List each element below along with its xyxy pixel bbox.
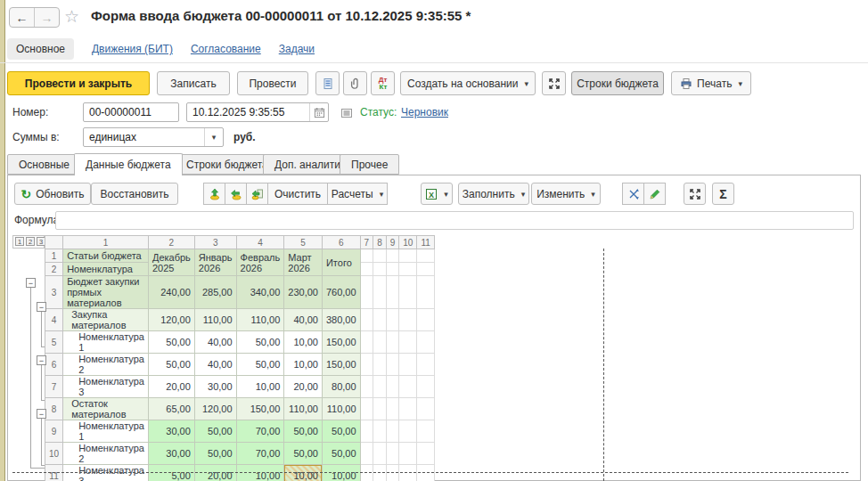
change-button[interactable]: Изменить▾ xyxy=(531,183,601,205)
empty-cell[interactable] xyxy=(373,420,387,443)
grid-cell[interactable]: 10,00 xyxy=(284,354,323,376)
empty-cell[interactable] xyxy=(399,331,417,354)
tab-budget-data[interactable]: Данные бюджета xyxy=(74,153,183,175)
empty-cell[interactable] xyxy=(386,309,399,331)
empty-cell[interactable] xyxy=(373,309,387,331)
empty-cell[interactable] xyxy=(417,331,434,354)
empty-cell[interactable] xyxy=(373,398,387,420)
grid-cell[interactable]: 80,00 xyxy=(322,376,360,398)
corner-cell[interactable] xyxy=(45,236,63,249)
empty-cell[interactable] xyxy=(373,376,387,398)
month-header-cell[interactable]: Февраль 2026 xyxy=(236,249,284,276)
grid-cell[interactable]: 40,00 xyxy=(194,354,236,376)
empty-cell[interactable] xyxy=(386,398,399,420)
empty-cell[interactable] xyxy=(417,249,434,263)
empty-cell[interactable] xyxy=(360,443,373,465)
grid-cell[interactable]: 50,00 xyxy=(194,420,236,443)
empty-cell[interactable] xyxy=(399,249,417,263)
empty-cell[interactable] xyxy=(417,309,434,331)
refresh-button[interactable]: ↻Обновить xyxy=(14,183,91,205)
grid-cell[interactable]: 120,00 xyxy=(194,398,236,420)
import-data-button[interactable] xyxy=(225,183,247,205)
empty-cell[interactable] xyxy=(386,376,399,398)
grid-cell[interactable]: 70,00 xyxy=(236,420,284,443)
back-icon[interactable]: ← xyxy=(10,8,34,27)
empty-cell[interactable] xyxy=(399,376,417,398)
clear-button[interactable]: Очистить xyxy=(267,183,328,205)
grid-cell[interactable]: 40,00 xyxy=(194,331,236,354)
distribute-button[interactable] xyxy=(622,183,644,205)
nav-tab-movements[interactable]: Движения (БИТ) xyxy=(92,43,173,55)
grid-cell[interactable]: 110,00 xyxy=(322,398,360,420)
post-and-close-button[interactable]: Провести и закрыть xyxy=(7,71,150,95)
sum-button[interactable]: Σ xyxy=(712,183,734,205)
number-field[interactable] xyxy=(83,102,179,122)
header-label-cell[interactable]: Номенклатура xyxy=(63,263,149,276)
empty-cell[interactable] xyxy=(399,443,417,465)
row-number-cell[interactable]: 1 xyxy=(45,249,63,263)
month-header-cell[interactable]: Январь 2026 xyxy=(194,249,236,276)
grid-cell[interactable]: 50,00 xyxy=(194,443,236,465)
collapse-group-button[interactable]: − xyxy=(37,409,46,419)
col-header-cell[interactable]: 4 xyxy=(236,236,284,249)
sums-unit-select[interactable]: единицах ▾ xyxy=(83,127,224,147)
grid-cell[interactable]: 340,00 xyxy=(236,276,284,309)
month-header-cell[interactable]: Декабрь 2025 xyxy=(148,249,194,276)
status-value-link[interactable]: Черновик xyxy=(401,106,448,118)
grid-cell[interactable]: 285,00 xyxy=(194,276,236,309)
empty-cell[interactable] xyxy=(417,354,434,376)
grid-cell[interactable]: 50,00 xyxy=(322,443,360,465)
col-header-cell[interactable]: 6 xyxy=(322,236,360,249)
row-number-cell[interactable]: 2 xyxy=(45,263,63,276)
row-number-cell[interactable]: 4 xyxy=(45,309,63,331)
month-header-cell[interactable]: Март 2026 xyxy=(284,249,323,276)
empty-cell[interactable] xyxy=(373,276,387,309)
post-button[interactable]: Провести xyxy=(237,71,308,95)
tab-main-data[interactable]: Основные xyxy=(7,154,81,175)
grid-fullscreen-button[interactable] xyxy=(684,183,706,205)
row-label-cell[interactable]: Закупка материалов xyxy=(63,309,149,331)
empty-cell[interactable] xyxy=(360,263,373,276)
empty-cell[interactable] xyxy=(399,276,417,309)
empty-cell[interactable] xyxy=(360,249,373,263)
col-header-cell[interactable]: 5 xyxy=(284,236,323,249)
grid-cell[interactable]: 10,00 xyxy=(284,331,323,354)
empty-cell[interactable] xyxy=(417,443,434,465)
row-number-cell[interactable]: 8 xyxy=(45,398,63,420)
col-header-cell[interactable]: 3 xyxy=(194,236,236,249)
excel-export-button[interactable]: X ▾ xyxy=(421,183,453,205)
grid-cell[interactable]: 10,00 xyxy=(236,376,284,398)
empty-cell[interactable] xyxy=(386,443,399,465)
export-data-button[interactable] xyxy=(203,183,225,205)
row-label-cell[interactable]: Номенклатура 1 xyxy=(63,420,149,443)
favorite-star-icon[interactable]: ☆ xyxy=(64,6,79,27)
empty-cell[interactable] xyxy=(373,263,387,276)
nav-tab-approval[interactable]: Согласование xyxy=(191,43,261,55)
grid-cell[interactable]: 70,00 xyxy=(236,443,284,465)
empty-cell[interactable] xyxy=(417,263,434,276)
row-label-cell[interactable]: Номенклатура 3 xyxy=(63,376,149,398)
empty-cell[interactable] xyxy=(386,420,399,443)
grid-cell[interactable]: 20,00 xyxy=(284,376,323,398)
grid-cell[interactable]: 65,00 xyxy=(148,398,194,420)
tab-other[interactable]: Прочее xyxy=(340,154,399,175)
debit-credit-button[interactable]: ДтКт xyxy=(371,71,395,95)
row-number-cell[interactable]: 5 xyxy=(45,331,63,354)
grid-cell[interactable]: 50,00 xyxy=(148,354,194,376)
load-from-document-button[interactable] xyxy=(246,183,268,205)
nav-tab-main[interactable]: Основное xyxy=(7,38,74,60)
grid-cell[interactable]: 30,00 xyxy=(194,376,236,398)
grid-cell[interactable]: 50,00 xyxy=(284,443,323,465)
row-number-cell[interactable]: 7 xyxy=(45,376,63,398)
empty-cell[interactable] xyxy=(360,398,373,420)
grid-cell[interactable]: 50,00 xyxy=(284,420,323,443)
col-header-cell[interactable]: 1 xyxy=(63,236,149,249)
empty-cell[interactable] xyxy=(417,376,434,398)
nav-tab-tasks[interactable]: Задачи xyxy=(279,43,315,55)
edit-cell-button[interactable] xyxy=(643,183,666,205)
grid-cell[interactable]: 150,00 xyxy=(236,398,284,420)
collapse-group-button[interactable]: − xyxy=(37,355,46,365)
empty-cell[interactable] xyxy=(399,354,417,376)
empty-cell[interactable] xyxy=(360,309,373,331)
empty-cell[interactable] xyxy=(399,420,417,443)
